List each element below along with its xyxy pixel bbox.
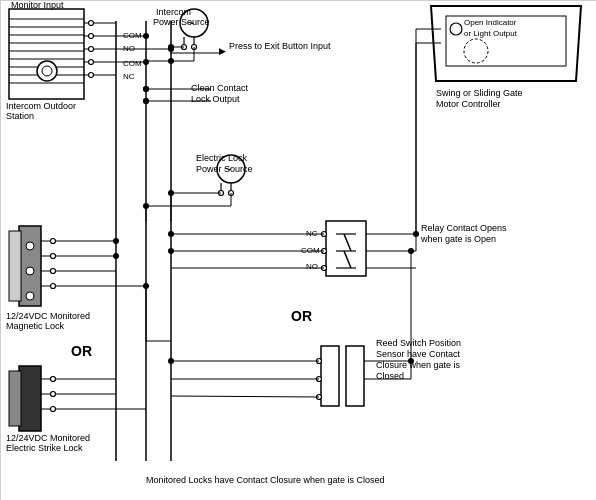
svg-text:Motor Controller: Motor Controller <box>436 99 501 109</box>
svg-point-77 <box>51 239 56 244</box>
svg-text:12/24VDC Monitored: 12/24VDC Monitored <box>6 311 90 321</box>
svg-text:Monitored Locks have Contact C: Monitored Locks have Contact Closure whe… <box>146 475 385 485</box>
svg-text:or Light Output: or Light Output <box>464 29 518 38</box>
svg-text:Power Source: Power Source <box>153 17 210 27</box>
svg-point-12 <box>42 66 52 76</box>
svg-text:Lock Output: Lock Output <box>191 94 240 104</box>
svg-point-16 <box>89 60 94 65</box>
svg-text:Open Indicator: Open Indicator <box>464 18 517 27</box>
svg-point-15 <box>89 47 94 52</box>
svg-rect-142 <box>321 346 339 406</box>
svg-point-90 <box>113 253 119 259</box>
svg-point-154 <box>408 248 414 254</box>
svg-rect-1 <box>9 9 84 99</box>
svg-point-165 <box>168 58 174 64</box>
svg-text:Swing or Sliding Gate: Swing or Sliding Gate <box>436 88 523 98</box>
svg-text:12/24VDC Monitored: 12/24VDC Monitored <box>6 433 90 443</box>
svg-point-164 <box>168 44 174 50</box>
svg-text:NC: NC <box>123 72 135 81</box>
svg-point-161 <box>143 59 149 65</box>
svg-point-13 <box>89 21 94 26</box>
svg-point-131 <box>464 39 488 63</box>
svg-point-98 <box>51 407 56 412</box>
svg-text:Intercom Outdoor: Intercom Outdoor <box>6 101 76 111</box>
svg-point-74 <box>26 242 34 250</box>
svg-rect-94 <box>19 366 41 431</box>
svg-point-78 <box>51 254 56 259</box>
svg-point-162 <box>143 86 149 92</box>
svg-point-80 <box>51 284 56 289</box>
svg-text:Relay Contact Opens: Relay Contact Opens <box>421 223 507 233</box>
svg-text:NO: NO <box>123 44 135 53</box>
svg-text:Electric Lock: Electric Lock <box>196 153 248 163</box>
svg-text:Closed: Closed <box>376 371 404 381</box>
svg-rect-95 <box>9 371 21 426</box>
svg-point-171 <box>143 283 149 289</box>
svg-point-76 <box>26 292 34 300</box>
svg-point-122 <box>168 231 174 237</box>
svg-text:Press to Exit Button Input: Press to Exit Button Input <box>229 41 331 51</box>
svg-rect-143 <box>346 346 364 406</box>
svg-text:OR: OR <box>291 308 312 324</box>
svg-text:when gate is Open: when gate is Open <box>420 234 496 244</box>
svg-text:COM: COM <box>123 59 142 68</box>
svg-text:▶: ▶ <box>219 46 226 56</box>
svg-point-140 <box>413 231 419 237</box>
svg-point-150 <box>168 358 174 364</box>
svg-text:Closure when gate is: Closure when gate is <box>376 360 461 370</box>
svg-text:Reed Switch Position: Reed Switch Position <box>376 338 461 348</box>
wiring-diagram: Monitor Input Intercom Outdoor Station ~… <box>0 0 596 500</box>
svg-point-96 <box>51 377 56 382</box>
svg-point-17 <box>89 73 94 78</box>
svg-text:Electric Strike Lock: Electric Strike Lock <box>6 443 83 453</box>
svg-point-97 <box>51 392 56 397</box>
monitor-input-label: Monitor Input <box>11 1 64 10</box>
svg-text:Magnetic Lock: Magnetic Lock <box>6 321 65 331</box>
svg-text:Power Source: Power Source <box>196 164 253 174</box>
svg-text:NO: NO <box>306 262 318 271</box>
svg-point-43 <box>143 33 149 39</box>
svg-text:COM: COM <box>123 31 142 40</box>
svg-point-89 <box>113 238 119 244</box>
svg-text:Clean Contact: Clean Contact <box>191 83 249 93</box>
svg-text:OR: OR <box>71 343 92 359</box>
svg-point-163 <box>143 98 149 104</box>
svg-point-130 <box>450 23 462 35</box>
svg-text:Sensor have Contact: Sensor have Contact <box>376 349 461 359</box>
svg-point-14 <box>89 34 94 39</box>
svg-point-75 <box>26 267 34 275</box>
svg-rect-73 <box>9 231 21 301</box>
svg-text:Station: Station <box>6 111 34 121</box>
svg-point-123 <box>168 248 174 254</box>
svg-text:Intercom: Intercom <box>156 7 191 17</box>
svg-point-79 <box>51 269 56 274</box>
